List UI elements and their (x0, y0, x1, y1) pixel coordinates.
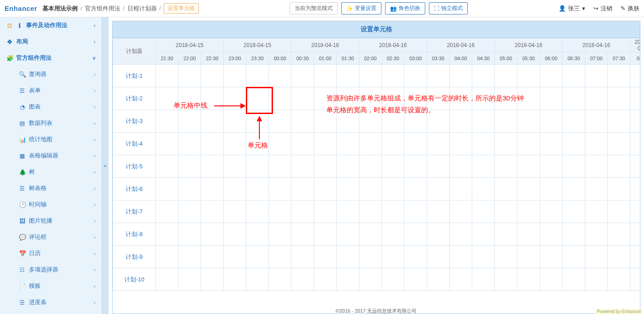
scheduler-cell[interactable] (563, 200, 585, 223)
scheduler-cell[interactable] (201, 178, 224, 200)
scheduler-cell[interactable] (224, 133, 246, 155)
scheduler-cell[interactable] (540, 87, 563, 110)
variable-settings-button[interactable]: ✨ 变量设置 (341, 2, 381, 14)
scheduler-cell[interactable] (404, 223, 427, 246)
scheduler-cell[interactable] (495, 155, 517, 178)
scheduler-cell[interactable] (269, 200, 291, 223)
scheduler-cell[interactable] (359, 178, 382, 200)
scheduler-cell[interactable] (585, 155, 608, 178)
scheduler-cell[interactable] (517, 87, 540, 110)
scheduler-cell[interactable] (450, 133, 472, 155)
scheduler-cell[interactable] (427, 133, 450, 155)
scheduler-cell[interactable] (201, 65, 224, 87)
scheduler-cell[interactable] (450, 178, 472, 200)
sidebar-item-6[interactable]: ▤数据列表‹ (0, 115, 102, 131)
scheduler-cell[interactable] (450, 200, 472, 223)
scheduler-cell[interactable] (585, 223, 608, 246)
scheduler-cell[interactable] (291, 155, 314, 178)
scheduler-cell[interactable] (450, 223, 472, 246)
scheduler-cell[interactable] (585, 110, 608, 133)
scheduler-cell[interactable] (201, 155, 224, 178)
scheduler-cell[interactable] (291, 87, 314, 110)
scheduler-cell[interactable] (382, 110, 404, 133)
scheduler-cell[interactable] (495, 87, 517, 110)
scheduler-cell[interactable] (585, 178, 608, 200)
standalone-mode-button[interactable]: ⛶ 独立模式 (429, 2, 468, 14)
scheduler-cell[interactable] (585, 268, 608, 291)
scheduler-cell[interactable] (156, 223, 179, 246)
scheduler-cell[interactable] (585, 87, 608, 110)
scheduler-cell[interactable] (427, 223, 450, 246)
scheduler-cell[interactable] (495, 110, 517, 133)
scheduler-cell[interactable] (427, 178, 450, 200)
scheduler-cell[interactable] (359, 65, 382, 87)
scheduler-cell[interactable] (156, 87, 179, 110)
scheduler-cell[interactable] (156, 200, 179, 223)
resource-cell[interactable]: 计划-9 (113, 246, 156, 268)
scheduler-cell[interactable] (404, 155, 427, 178)
scheduler-cell[interactable] (314, 87, 337, 110)
scheduler-cell[interactable] (563, 155, 585, 178)
scheduler-cell[interactable] (201, 87, 224, 110)
scheduler-cell[interactable] (472, 178, 495, 200)
scheduler-cell[interactable] (179, 200, 201, 223)
breadcrumb-item-2[interactable]: 日程计划器 (127, 5, 157, 13)
scheduler-cell[interactable] (608, 268, 630, 291)
scheduler-cell[interactable] (179, 246, 201, 268)
scheduler-cell[interactable] (608, 200, 630, 223)
scheduler-cell[interactable] (540, 65, 563, 87)
scheduler-cell[interactable] (540, 133, 563, 155)
scheduler-cell[interactable] (224, 65, 246, 87)
scheduler-cell[interactable] (630, 133, 640, 155)
scheduler-cell[interactable] (179, 110, 201, 133)
scheduler-cell[interactable] (382, 246, 404, 268)
scheduler-cell[interactable] (179, 87, 201, 110)
scheduler-cell[interactable] (337, 133, 359, 155)
scheduler-cell[interactable] (359, 223, 382, 246)
scheduler-cell[interactable] (427, 110, 450, 133)
scheduler-cell[interactable] (563, 133, 585, 155)
scheduler-cell[interactable] (359, 87, 382, 110)
scheduler-cell[interactable] (201, 268, 224, 291)
scheduler-cell[interactable] (608, 87, 630, 110)
scheduler-cell[interactable] (517, 178, 540, 200)
scheduler-cell[interactable] (246, 178, 269, 200)
scheduler-cell[interactable] (382, 65, 404, 87)
scheduler-cell[interactable] (201, 133, 224, 155)
scheduler-cell[interactable] (472, 268, 495, 291)
scheduler-cell[interactable] (608, 110, 630, 133)
scheduler-cell[interactable] (630, 87, 640, 110)
sidebar-item-8[interactable]: ▦表格编辑器‹ (0, 147, 102, 164)
sidebar-item-11[interactable]: 🕐时间轴‹ (0, 196, 102, 213)
scheduler-cell[interactable] (269, 110, 291, 133)
scheduler-cell[interactable] (472, 65, 495, 87)
scheduler-cell[interactable] (630, 155, 640, 178)
scheduler-cell[interactable] (495, 246, 517, 268)
scheduler-cell[interactable] (246, 223, 269, 246)
scheduler-cell[interactable] (404, 246, 427, 268)
scheduler-cell[interactable] (427, 268, 450, 291)
sidebar-item-10[interactable]: ☰树表格‹ (0, 180, 102, 196)
scheduler-cell[interactable] (246, 268, 269, 291)
scheduler-cell[interactable] (517, 223, 540, 246)
scheduler-cell[interactable] (314, 65, 337, 87)
user-menu[interactable]: 👤 张三 ▾ (559, 5, 585, 13)
scheduler-cell[interactable] (201, 110, 224, 133)
scheduler-cell[interactable] (224, 200, 246, 223)
sidebar-item-9[interactable]: 🌲树‹ (0, 164, 102, 180)
scheduler-cell[interactable] (630, 200, 640, 223)
scheduler-cell[interactable] (540, 246, 563, 268)
scheduler-cell[interactable] (472, 223, 495, 246)
scheduler-cell[interactable] (337, 223, 359, 246)
scheduler-cell[interactable] (224, 223, 246, 246)
scheduler-cell[interactable] (472, 246, 495, 268)
scheduler-cell[interactable] (291, 110, 314, 133)
resource-cell[interactable]: 计划-5 (113, 155, 156, 178)
scheduler-cell[interactable] (314, 200, 337, 223)
scheduler-cell[interactable] (495, 223, 517, 246)
scheduler-cell[interactable] (246, 133, 269, 155)
resource-cell[interactable]: 计划-3 (113, 110, 156, 133)
sidebar-item-5[interactable]: ◔图表‹ (0, 99, 102, 115)
scheduler-cell[interactable] (472, 155, 495, 178)
scheduler-cell[interactable] (291, 65, 314, 87)
